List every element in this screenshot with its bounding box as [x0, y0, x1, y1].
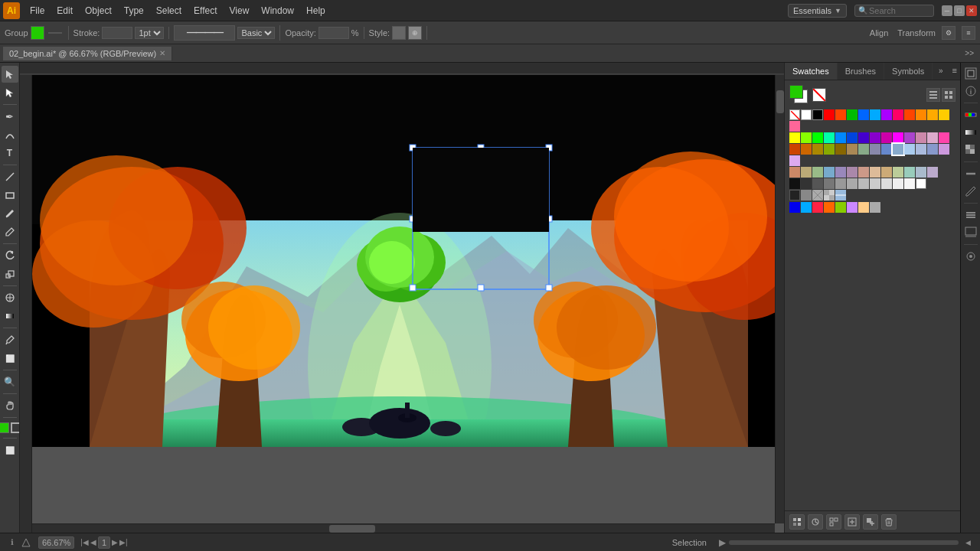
swatch-k60[interactable]: [812, 178, 823, 189]
swatch-k10[interactable]: [881, 178, 892, 189]
swatch-k50[interactable]: [824, 178, 835, 189]
swatch-amber[interactable]: [927, 109, 938, 120]
swatch-b3[interactable]: [812, 144, 823, 155]
swatch-b13[interactable]: [927, 144, 938, 155]
panel-expand-btn[interactable]: ◀: [962, 536, 974, 549]
stroke-indicator[interactable]: [11, 422, 21, 433]
play-btn[interactable]: ▶: [719, 537, 726, 548]
artboards-panel-icon[interactable]: [963, 225, 978, 240]
swatch-c13[interactable]: [927, 167, 938, 178]
swatch-k40[interactable]: [835, 178, 846, 189]
show-swatch-kinds-btn[interactable]: [789, 514, 805, 530]
menu-object[interactable]: Object: [80, 3, 117, 18]
swatch-violet[interactable]: [881, 109, 892, 120]
prev-page-btn[interactable]: |◀: [80, 538, 89, 546]
zoom-control[interactable]: 66.67%: [38, 536, 74, 549]
navigator-icon[interactable]: [963, 66, 978, 81]
swatch-b1[interactable]: [789, 144, 800, 155]
zoom-value[interactable]: 66.67%: [38, 536, 74, 549]
swatch-b9[interactable]: [881, 144, 892, 155]
swatch-c4[interactable]: [824, 167, 835, 178]
menu-edit[interactable]: Edit: [51, 3, 78, 18]
panel-options-btn[interactable]: ≡: [949, 63, 960, 80]
swatch-c11[interactable]: [904, 167, 915, 178]
swatch-e2[interactable]: [801, 202, 812, 213]
swatch-b8[interactable]: [870, 144, 880, 155]
stroke-width-dropdown[interactable]: 1pt2pt: [135, 27, 164, 39]
swatch-pattern-3[interactable]: [835, 190, 846, 201]
stroke-style-selector[interactable]: ────: [174, 25, 235, 41]
transform-options-btn[interactable]: ⚙: [942, 26, 956, 40]
swatch-cyan-1[interactable]: [870, 109, 880, 120]
fill-color-swatch[interactable]: [31, 26, 44, 40]
gradient-tool[interactable]: [2, 308, 18, 324]
swatch-b11[interactable]: [904, 144, 915, 155]
menu-select[interactable]: Select: [151, 3, 187, 18]
swatch-pink-1[interactable]: [893, 109, 903, 120]
essentials-dropdown-icon[interactable]: ▼: [835, 7, 841, 15]
swatch-fuchsia[interactable]: [893, 132, 903, 143]
info-icon[interactable]: i: [963, 83, 978, 99]
swatch-hot-pink[interactable]: [939, 132, 949, 143]
close-button[interactable]: ✕: [966, 5, 977, 16]
rotate-tool[interactable]: [2, 247, 18, 264]
zoom-tool[interactable]: 🔍: [2, 373, 18, 390]
swatch-b4[interactable]: [824, 144, 835, 155]
swatch-e5[interactable]: [835, 202, 846, 213]
timeline-bar[interactable]: [729, 540, 959, 545]
stroke-width-input[interactable]: [102, 27, 132, 39]
maximize-button[interactable]: □: [954, 5, 965, 16]
prev-arrow-btn[interactable]: ◀: [90, 538, 96, 546]
swatch-d2[interactable]: [801, 190, 812, 201]
fill-box[interactable]: [789, 85, 803, 99]
swatch-k15[interactable]: [870, 178, 880, 189]
swatch-green[interactable]: [812, 132, 823, 143]
delete-swatch-btn[interactable]: [881, 514, 897, 530]
swatch-yellow-2[interactable]: [939, 109, 949, 120]
swatch-e6[interactable]: [847, 202, 858, 213]
swatch-spring[interactable]: [824, 132, 835, 143]
swatch-pattern[interactable]: [812, 190, 823, 201]
swatch-d1[interactable]: [789, 190, 800, 201]
horizontal-scrollbar[interactable]: [32, 523, 775, 533]
brush-panel-icon[interactable]: [963, 184, 978, 199]
stroke-profile-dropdown[interactable]: Basic: [237, 27, 275, 39]
swatch-white[interactable]: [801, 109, 812, 120]
properties-panel-icon[interactable]: [963, 249, 978, 264]
tab-close-button[interactable]: ✕: [159, 49, 165, 57]
scrollbar-thumb-h[interactable]: [329, 525, 375, 533]
swatch-med-purple[interactable]: [904, 132, 915, 143]
pencil-tool[interactable]: [2, 223, 18, 240]
stroke-panel-icon[interactable]: [963, 166, 978, 181]
swatch-c3[interactable]: [812, 167, 823, 178]
measure-tool[interactable]: ⬜: [2, 350, 18, 367]
swatch-b15[interactable]: [789, 155, 800, 166]
shape-builder-tool[interactable]: [2, 289, 18, 306]
swatch-b14[interactable]: [939, 144, 949, 155]
menu-type[interactable]: Type: [119, 3, 149, 18]
swatch-c12[interactable]: [916, 167, 926, 178]
menu-window[interactable]: Window: [256, 3, 299, 18]
swatch-e3[interactable]: [812, 202, 823, 213]
swatch-b6[interactable]: [847, 144, 858, 155]
swatch-red-orange[interactable]: [835, 109, 846, 120]
swatch-k2[interactable]: [904, 178, 915, 189]
direct-selection-tool[interactable]: [2, 84, 18, 101]
swatch-c6[interactable]: [847, 167, 858, 178]
swatch-c5[interactable]: [835, 167, 846, 178]
swatch-magenta[interactable]: [881, 132, 892, 143]
swatch-e1[interactable]: [789, 202, 800, 213]
tab-symbols[interactable]: Symbols: [884, 63, 933, 80]
swatch-pattern-2[interactable]: [824, 190, 835, 201]
hand-tool[interactable]: [2, 397, 18, 414]
menu-effect[interactable]: Effect: [188, 3, 222, 18]
style-options-btn[interactable]: ⊕: [408, 26, 422, 40]
swatch-blue-3[interactable]: [847, 132, 858, 143]
swatch-blue-1[interactable]: [858, 109, 869, 120]
new-color-group-btn[interactable]: [826, 514, 841, 530]
align-label[interactable]: Align: [870, 28, 888, 37]
status-info-icon[interactable]: ℹ: [6, 536, 18, 549]
fill-indicator[interactable]: [0, 422, 9, 433]
search-input[interactable]: [869, 6, 930, 15]
panel-tab-overflow-btn[interactable]: »: [934, 63, 948, 80]
